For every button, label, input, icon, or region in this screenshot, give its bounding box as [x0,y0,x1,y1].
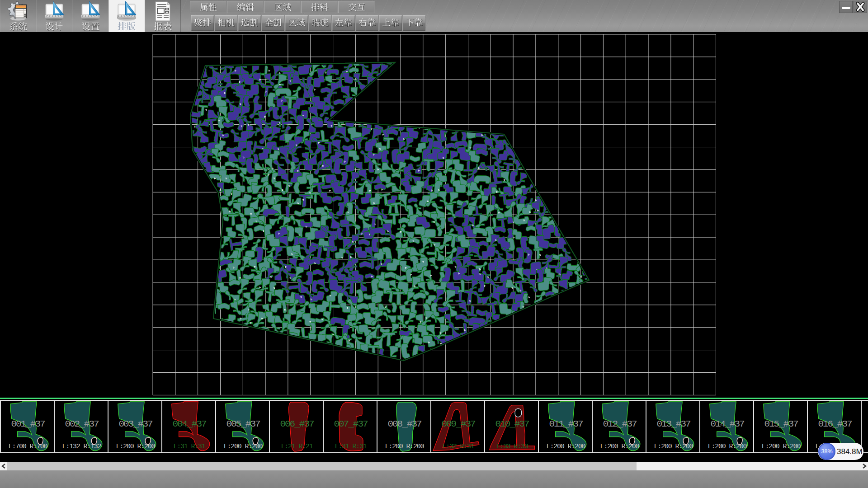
part-id-label: 011_#37 [539,419,593,429]
part-cell-7[interactable]: 007_#37L:31 R:31 [324,401,377,452]
memory-usage-value: 384.8M [837,443,862,460]
part-cell-4[interactable]: 004_#37L:31 R:31 [162,401,216,452]
scroll-left-icon [1,464,6,469]
menu-tab-2[interactable] [227,1,264,13]
report-document-icon [152,1,174,22]
menu-tab-5[interactable] [338,1,375,13]
status-bar [0,470,868,488]
part-cell-8[interactable]: 008_#37L:200 R:200 [377,401,431,452]
nesting-canvas[interactable] [0,32,868,398]
part-id-label: 004_#37 [162,419,216,429]
parts-list: 001_#37L:700 R:700002_#37L:132 R:132003_… [0,400,868,453]
part-lr-count-label: L:200 R:200 [646,443,700,450]
toolbar-mode-label [72,22,108,31]
menu-tab-1[interactable] [190,1,226,13]
part-id-label: 010_#37 [485,419,539,429]
part-id-label: 012_#37 [593,419,646,429]
part-id-label: 013_#37 [646,419,700,429]
action-button-7[interactable] [332,15,355,31]
part-id-label: 009_#37 [431,419,485,429]
action-button-6[interactable] [309,15,331,31]
part-lr-count-label: L:200 R:200 [377,443,431,450]
horizontal-scrollbar[interactable] [0,462,868,470]
part-cell-12[interactable]: 012_#37L:200 R:200 [593,401,646,452]
part-id-label: 014_#37 [700,419,754,429]
part-id-label: 008_#37 [377,419,431,429]
part-cell-14[interactable]: 014_#37L:200 R:200 [700,401,754,452]
action-button-1[interactable] [191,15,214,31]
part-lr-count-label: L:21 R:21 [270,443,324,450]
scroll-right-icon [862,464,867,469]
part-id-label: 017_#37 [862,419,868,429]
part-lr-count-label: L:200 R:200 [700,443,754,450]
gear-notebook-icon [7,1,29,22]
part-lr-count-label: L:200 R:200 [593,443,646,450]
scroll-left-button[interactable] [0,462,7,470]
progress-percent-badge: 38% [818,443,835,460]
part-cell-6[interactable]: 006_#37L:21 R:21 [270,401,324,452]
set-square-icon [43,1,65,22]
menu-tab-3[interactable] [264,1,301,13]
part-cell-13[interactable]: 013_#37L:200 R:200 [646,401,700,452]
toolbar-mode-4[interactable] [108,0,145,32]
part-lr-count-label: L:700 R:700 [1,443,55,450]
minimize-icon [839,1,853,13]
toolbar-mode-5[interactable] [145,0,181,32]
part-id-label: 015_#37 [754,419,808,429]
action-button-4[interactable] [262,15,284,31]
scroll-right-button[interactable] [861,462,868,470]
title-toolbar [0,0,868,32]
action-button-3[interactable] [238,15,261,31]
part-id-label: 002_#37 [55,419,108,429]
toolbar-mode-3[interactable] [72,0,108,32]
part-cell-9[interactable]: 009_#37L:32 R:31 [431,401,485,452]
menu-tab-4[interactable] [301,1,338,13]
part-lr-count-label: L:200 R:200 [539,443,593,450]
part-lr-count-label: L:200 R:200 [216,443,270,450]
application-window: 001_#37L:700 R:700002_#37L:132 R:132003_… [0,0,868,488]
close-icon [854,1,867,13]
toolbar-mode-2[interactable] [36,0,72,32]
part-lr-count-label: L:31 R:31 [324,443,377,450]
set-square-icon [116,1,137,22]
parts-list-panel: 001_#37L:700 R:700002_#37L:132 R:132003_… [0,398,868,462]
action-button-10[interactable] [403,15,425,31]
part-cell-2[interactable]: 002_#37L:132 R:132 [55,401,108,452]
part-lr-count-label: L:31 R:31 [162,443,216,450]
toolbar-mode-label [145,22,181,31]
toolbar-mode-label [0,22,36,31]
part-id-label: 016_#37 [808,419,862,429]
toolbar-mode-1[interactable] [0,0,36,32]
part-cell-17[interactable]: 017_#37L:200 R:200 [862,401,868,452]
action-button-8[interactable] [356,15,378,31]
part-id-label: 005_#37 [216,419,270,429]
part-lr-count-label: L:200 R:200 [754,443,808,450]
part-id-label: 003_#37 [108,419,162,429]
part-lr-count-label: L:132 R:132 [55,443,108,450]
set-square-icon [80,1,101,22]
toolbar-mode-label [108,22,145,31]
memory-usage-badge: 38% 384.8M [818,443,863,460]
part-cell-1[interactable]: 001_#37L:700 R:700 [1,401,55,452]
scrollbar-thumb[interactable] [7,462,637,470]
action-button-9[interactable] [379,15,402,31]
part-id-label: 001_#37 [1,419,55,429]
part-cell-3[interactable]: 003_#37L:200 R:200 [108,401,162,452]
part-id-label: 006_#37 [270,419,324,429]
toolbar-mode-label [36,22,72,31]
part-cell-5[interactable]: 005_#37L:200 R:200 [216,401,270,452]
part-id-label: 007_#37 [324,419,377,429]
close-button[interactable] [854,1,867,13]
action-button-5[interactable] [285,15,308,31]
part-lr-count-label: L:200 R:200 [108,443,162,450]
part-cell-10[interactable]: 010_#37L:33 R:33 [485,401,539,452]
part-lr-count-label: L:33 R:33 [485,443,539,450]
part-lr-count-label: L:32 R:31 [431,443,485,450]
nesting-canvas-svg [0,32,868,398]
parts-list-bottom-border [0,452,868,453]
minimize-button[interactable] [839,1,853,13]
panel-separator-line [0,398,868,399]
part-cell-11[interactable]: 011_#37L:200 R:200 [539,401,593,452]
part-cell-15[interactable]: 015_#37L:200 R:200 [754,401,808,452]
action-button-2[interactable] [215,15,237,31]
